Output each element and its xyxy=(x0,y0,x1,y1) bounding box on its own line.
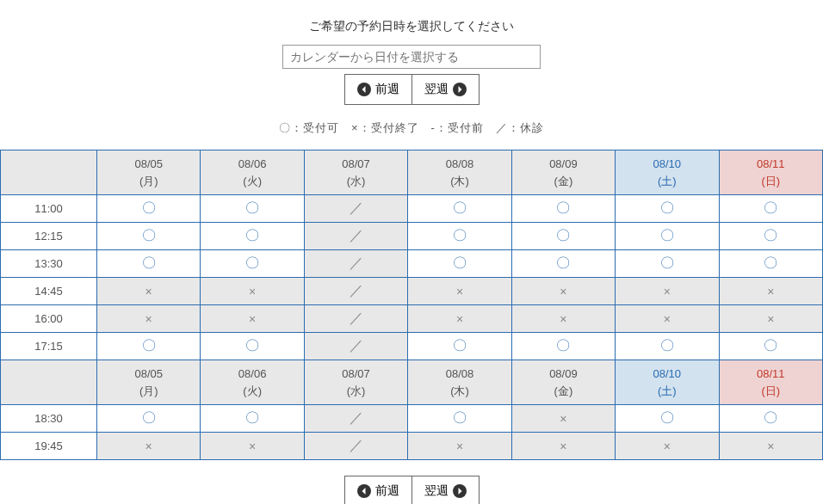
day-dow: (日) xyxy=(723,383,819,400)
day-dow: (火) xyxy=(204,383,300,400)
slot-cell[interactable]: 〇 xyxy=(719,195,822,223)
slot-cell[interactable]: 〇 xyxy=(616,195,719,223)
arrow-right-circle-icon xyxy=(453,83,467,96)
slot-cell[interactable]: 〇 xyxy=(408,195,511,223)
slot-cell: × xyxy=(97,278,201,305)
slot-cell[interactable]: 〇 xyxy=(97,195,201,223)
slot-cell[interactable]: 〇 xyxy=(201,405,304,433)
table-row: 11:00〇〇／〇〇〇〇 xyxy=(1,195,823,223)
day-header: 08/06(火) xyxy=(201,151,304,195)
header-blank xyxy=(1,151,97,195)
slot-cell[interactable]: 〇 xyxy=(511,195,615,223)
day-dow: (木) xyxy=(412,173,507,190)
header-blank xyxy=(1,360,97,405)
slot-cell[interactable]: 〇 xyxy=(97,333,201,360)
day-header: 08/09(金) xyxy=(511,151,615,195)
slot-cell[interactable]: 〇 xyxy=(719,250,822,278)
slot-cell[interactable]: 〇 xyxy=(97,250,201,278)
next-week-label: 翌週 xyxy=(424,483,449,499)
table-row: 14:45××／×××× xyxy=(1,278,823,305)
slot-cell: ／ xyxy=(304,250,407,278)
time-label: 13:30 xyxy=(1,250,97,278)
day-dow: (木) xyxy=(412,383,507,400)
legend-text: 〇：受付可 ×：受付終了 -：受付前 ／：休診 xyxy=(0,120,823,136)
day-dow: (水) xyxy=(308,383,404,400)
slot-cell[interactable]: 〇 xyxy=(616,333,719,360)
slot-cell[interactable]: 〇 xyxy=(719,223,822,250)
slot-cell: × xyxy=(511,405,615,433)
slot-cell[interactable]: 〇 xyxy=(408,250,511,278)
slot-cell[interactable]: 〇 xyxy=(511,250,615,278)
prev-week-label: 前週 xyxy=(375,82,399,97)
day-header: 08/11(日) xyxy=(719,151,822,195)
day-header: 08/08(木) xyxy=(408,151,511,195)
table-row: 19:45××／×××× xyxy=(1,433,823,460)
slot-cell: × xyxy=(408,278,511,305)
slot-cell[interactable]: 〇 xyxy=(408,223,511,250)
slot-cell[interactable]: 〇 xyxy=(201,250,304,278)
day-date: 08/08 xyxy=(412,366,507,383)
slot-cell: × xyxy=(201,305,304,333)
prev-week-button[interactable]: 前週 xyxy=(345,75,412,104)
day-header: 08/09(金) xyxy=(511,360,615,405)
slot-cell: × xyxy=(97,305,201,333)
day-date: 08/09 xyxy=(516,156,611,173)
slot-cell[interactable]: 〇 xyxy=(408,405,511,433)
day-date: 08/05 xyxy=(101,156,196,173)
slot-cell[interactable]: 〇 xyxy=(719,405,822,433)
slot-cell: × xyxy=(719,278,822,305)
day-header: 08/07(水) xyxy=(304,360,407,405)
day-date: 08/07 xyxy=(308,156,404,173)
slot-cell[interactable]: 〇 xyxy=(201,223,304,250)
time-label: 12:15 xyxy=(1,223,97,250)
slot-cell: × xyxy=(511,278,615,305)
time-label: 18:30 xyxy=(1,405,97,433)
slot-cell: ／ xyxy=(304,405,407,433)
day-header: 08/08(木) xyxy=(408,360,511,405)
slot-cell[interactable]: 〇 xyxy=(201,195,304,223)
day-date: 08/09 xyxy=(516,366,611,383)
prev-week-label: 前週 xyxy=(375,483,399,499)
slot-cell: × xyxy=(97,433,201,460)
time-label: 17:15 xyxy=(1,333,97,360)
slot-cell: × xyxy=(201,433,304,460)
slot-cell[interactable]: 〇 xyxy=(616,223,719,250)
slot-cell[interactable]: 〇 xyxy=(719,333,822,360)
slot-cell[interactable]: 〇 xyxy=(511,333,615,360)
slot-cell: ／ xyxy=(304,195,407,223)
slot-cell: × xyxy=(511,305,615,333)
time-label: 14:45 xyxy=(1,278,97,305)
prev-week-button-bottom[interactable]: 前週 xyxy=(345,476,412,504)
slot-cell: ／ xyxy=(304,433,407,460)
slot-cell: × xyxy=(511,433,615,460)
slot-cell[interactable]: 〇 xyxy=(616,405,719,433)
day-dow: (日) xyxy=(723,173,819,190)
day-header: 08/07(水) xyxy=(304,151,407,195)
slot-cell[interactable]: 〇 xyxy=(408,333,511,360)
slot-cell[interactable]: 〇 xyxy=(97,405,201,433)
week-nav-top: 前週 翌週 xyxy=(344,74,480,105)
slot-cell[interactable]: 〇 xyxy=(97,223,201,250)
day-dow: (月) xyxy=(101,173,196,190)
day-date: 08/08 xyxy=(412,156,507,173)
day-date: 08/06 xyxy=(204,366,300,383)
calendar-date-input[interactable] xyxy=(282,45,541,69)
day-dow: (水) xyxy=(308,173,404,190)
slot-cell[interactable]: 〇 xyxy=(616,250,719,278)
table-row: 16:00××／×××× xyxy=(1,305,823,333)
day-header: 08/10(土) xyxy=(616,151,719,195)
slot-cell: × xyxy=(616,305,719,333)
slot-cell[interactable]: 〇 xyxy=(511,223,615,250)
next-week-button[interactable]: 翌週 xyxy=(412,75,479,104)
header-row: 08/05(月)08/06(火)08/07(水)08/08(木)08/09(金)… xyxy=(1,360,823,405)
time-label: 16:00 xyxy=(1,305,97,333)
arrow-left-circle-icon xyxy=(357,484,371,498)
slot-cell: ／ xyxy=(304,305,407,333)
day-date: 08/05 xyxy=(101,366,196,383)
slot-cell: × xyxy=(616,278,719,305)
day-dow: (金) xyxy=(516,383,611,400)
slot-cell[interactable]: 〇 xyxy=(201,333,304,360)
next-week-button-bottom[interactable]: 翌週 xyxy=(412,476,479,504)
table-row: 17:15〇〇／〇〇〇〇 xyxy=(1,333,823,360)
day-date: 08/10 xyxy=(619,366,715,383)
